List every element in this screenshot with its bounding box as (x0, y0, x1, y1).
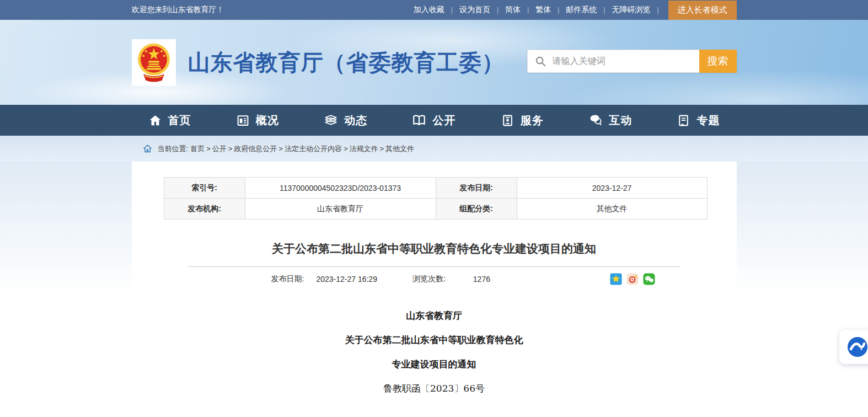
accessibility-link[interactable]: 无障碍浏览 (608, 5, 654, 15)
search-box: 搜索 (527, 50, 737, 73)
article-body: 山东省教育厅 关于公布第二批山东省中等职业教育特色化 专业建设项目的通知 鲁教职… (0, 287, 868, 393)
set-homepage-link[interactable]: 设为首页 (456, 5, 494, 15)
topbar-divider: | (601, 6, 608, 14)
breadcrumb-item-other-docs[interactable]: 其他文件 (385, 144, 414, 154)
weibo-share-icon[interactable] (626, 273, 639, 285)
home-outline-icon (143, 144, 152, 153)
article-card: 索引号: 11370000004502323D/2023-01373 发布日期:… (132, 162, 737, 287)
mail-system-link[interactable]: 邮件系统 (562, 5, 601, 15)
qzone-share-icon[interactable] (610, 273, 622, 285)
table-row: 索引号: 11370000004502323D/2023-01373 发布日期:… (164, 178, 707, 199)
category-value: 其他文件 (517, 199, 707, 220)
breadcrumb-prefix: 当前位置: (158, 144, 189, 154)
interaction-icon (588, 113, 603, 127)
topics-icon (677, 114, 690, 127)
topbar-divider: | (654, 6, 661, 14)
breadcrumb-item-disclosure[interactable]: 公开 (212, 144, 227, 154)
main-nav: 首页 概况 动态 (0, 105, 868, 136)
news-stack-icon (324, 113, 338, 127)
table-row: 发布机构: 山东省教育厅 组配分类: 其他文件 (164, 199, 707, 220)
body-line: 山东省教育厅 (0, 311, 868, 320)
nav-item-label: 专题 (696, 113, 720, 128)
add-favorite-link[interactable]: 加入收藏 (410, 5, 448, 15)
nav-item-label: 动态 (344, 113, 367, 128)
topbar-divider: | (555, 6, 562, 14)
topbar-divider: | (494, 6, 501, 14)
doc-info-table: 索引号: 11370000004502323D/2023-01373 发布日期:… (164, 177, 708, 220)
publish-date-value: 2023-12-27 (517, 178, 707, 199)
search-button[interactable]: 搜索 (699, 50, 737, 73)
topbar-divider: | (524, 6, 532, 14)
nav-item-label: 概况 (256, 113, 279, 128)
nav-item-label: 互动 (609, 113, 632, 128)
nav-item-label: 首页 (168, 113, 191, 128)
main-content: 索引号: 11370000004502323D/2023-01373 发布日期:… (0, 162, 868, 417)
topbar-divider: | (448, 6, 456, 14)
breadcrumb-bar: 当前位置: 首页 > 公开 > 政府信息公开 > 法定主动公开内容 > 法规文件… (0, 136, 868, 162)
breadcrumb-separator: > (344, 145, 348, 153)
article-meta: 发布日期: 2023-12-27 16:29 浏览次数: 1276 (132, 271, 737, 287)
share-icons (610, 273, 655, 285)
welcome-text: 欢迎您来到山东省教育厅！ (132, 5, 224, 15)
elder-mode-button[interactable]: 进入长者模式 (668, 1, 737, 20)
nav-item-interaction[interactable]: 互动 (588, 113, 632, 128)
simplified-chinese-link[interactable]: 简体 (501, 5, 524, 15)
publish-time-value: 2023-12-27 16:29 (316, 275, 377, 284)
nav-item-services[interactable]: 服务 (501, 113, 544, 128)
services-icon (501, 114, 515, 127)
breadcrumb-separator: > (206, 145, 211, 153)
site-header: 山东省教育厅（省委教育工委） 搜索 (0, 20, 868, 105)
topbar-links: 加入收藏 | 设为首页 | 简体 | 繁体 | 邮件系统 | 无障碍浏览 | 进… (410, 1, 737, 20)
nav-item-topics[interactable]: 专题 (677, 113, 720, 128)
body-line: 关于公布第二批山东省中等职业教育特色化 (0, 335, 868, 345)
nav-item-label: 公开 (432, 113, 456, 128)
topbar: 欢迎您来到山东省教育厅！ 加入收藏 | 设为首页 | 简体 | 繁体 | 邮件系… (0, 0, 868, 20)
body-line: 专业建设项目的通知 (0, 360, 868, 369)
breadcrumb-separator: > (228, 145, 233, 153)
open-book-icon (412, 113, 426, 127)
breadcrumb-item-statutory[interactable]: 法定主动公开内容 (285, 144, 342, 154)
home-icon (148, 114, 162, 127)
publisher-label: 发布机构: (164, 199, 245, 220)
site-title: 山东省教育厅（省委教育工委） (188, 47, 505, 78)
nav-item-disclosure[interactable]: 公开 (412, 113, 456, 128)
gov-service-icon (846, 336, 868, 358)
view-count-value: 1276 (473, 275, 490, 284)
search-icon (535, 56, 546, 67)
breadcrumb-item-gov-info[interactable]: 政府信息公开 (234, 144, 277, 154)
article-title: 关于公布第二批山东省中等职业教育特色化专业建设项目的通知 (132, 242, 737, 256)
breadcrumb-separator: > (380, 145, 384, 153)
breadcrumb-item-regulations[interactable]: 法规文件 (350, 144, 378, 154)
publish-time-label: 发布日期: (271, 274, 304, 284)
publisher-value: 山东省教育厅 (245, 199, 436, 220)
index-number-label: 索引号: (164, 178, 245, 199)
nav-item-home[interactable]: 首页 (148, 113, 191, 128)
category-label: 组配分类: (436, 199, 517, 220)
gov-service-widget[interactable] (839, 330, 868, 364)
national-emblem-icon (132, 39, 176, 86)
search-input[interactable] (551, 56, 699, 67)
title-divider (187, 266, 681, 267)
wechat-share-icon[interactable] (643, 273, 655, 285)
nav-item-overview[interactable]: 概况 (236, 113, 279, 128)
overview-icon (236, 114, 250, 127)
breadcrumb-separator: > (278, 145, 283, 153)
traditional-chinese-link[interactable]: 繁体 (532, 5, 555, 15)
body-line: 鲁教职函〔2023〕66号 (0, 384, 868, 393)
index-number-value: 11370000004502323D/2023-01373 (245, 178, 436, 199)
nav-item-news[interactable]: 动态 (324, 113, 367, 128)
breadcrumb-item-home[interactable]: 首页 (190, 144, 205, 154)
publish-date-label: 发布日期: (436, 178, 517, 199)
view-count-label: 浏览次数: (412, 274, 446, 284)
nav-item-label: 服务 (521, 113, 544, 128)
